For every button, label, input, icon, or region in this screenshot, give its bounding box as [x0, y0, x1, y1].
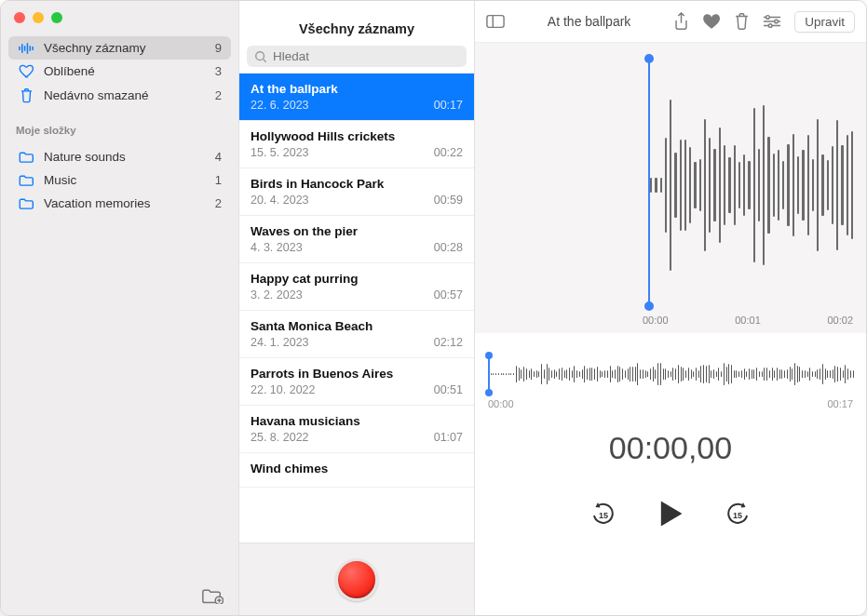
- recording-title: Birds in Hancock Park: [251, 177, 463, 191]
- recording-date: 3. 2. 2023: [251, 288, 303, 301]
- detail-pane: At the ballpark Upravit: [474, 1, 866, 615]
- detail-toolbar: At the ballpark Upravit: [475, 1, 866, 43]
- svg-point-1: [256, 51, 264, 60]
- sidebar-section-header: Moje složky: [1, 114, 238, 140]
- overview-playhead[interactable]: [488, 354, 490, 395]
- recording-title: Hollywood Hills crickets: [251, 129, 463, 143]
- recording-row[interactable]: Santa Monica Beach 24. 1. 2023 02:12: [239, 311, 474, 358]
- window-traffic-lights: [1, 1, 238, 31]
- overview-end-time: 00:17: [827, 398, 853, 409]
- play-button[interactable]: [655, 498, 686, 529]
- recording-row[interactable]: At the ballpark 22. 6. 2023 00:17: [239, 73, 474, 121]
- recording-date: 4. 3. 2023: [251, 241, 303, 254]
- overview-start-time: 00:00: [488, 398, 514, 409]
- recording-title: Waves on the pier: [251, 224, 463, 238]
- sidebar-item-count: 9: [215, 41, 222, 55]
- edit-button[interactable]: Upravit: [794, 11, 855, 33]
- recording-date: 20. 4. 2023: [251, 194, 309, 207]
- transport-controls: 15 15: [475, 498, 866, 529]
- app-window: Všechny záznamy 9 Oblíbené 3 Nedávno sma…: [0, 0, 867, 616]
- folder-icon: [18, 151, 34, 164]
- record-button[interactable]: [335, 558, 378, 601]
- waveform-overview[interactable]: [488, 352, 853, 396]
- svg-point-5: [769, 24, 773, 28]
- ruler-tick: 00:01: [735, 315, 761, 333]
- recording-title: Havana musicians: [251, 414, 463, 428]
- search-icon: [254, 50, 267, 63]
- recording-duration: 00:17: [434, 99, 463, 112]
- sidebar-item-fav[interactable]: Oblíbené 3: [8, 60, 231, 83]
- record-bar: [239, 542, 474, 615]
- skip-back-value: 15: [589, 502, 617, 528]
- recording-date: 25. 8. 2022: [251, 431, 309, 444]
- sidebar-item-count: 1: [215, 173, 222, 187]
- recording-title: Happy cat purring: [251, 272, 463, 286]
- recording-date: 22. 10. 2022: [251, 383, 316, 396]
- sidebar-user-folders: Nature sounds 4 Music 1 Vacation memorie…: [1, 140, 238, 221]
- waveform-icon: [18, 42, 34, 55]
- recording-row[interactable]: Happy cat purring 3. 2. 2023 00:57: [239, 263, 474, 311]
- playback-timer: 00:00,00: [475, 430, 866, 466]
- search-input[interactable]: [273, 49, 459, 63]
- recording-date: 22. 6. 2023: [251, 99, 309, 112]
- sidebar-item-label: Oblíbené: [44, 64, 95, 78]
- sidebar-item-count: 2: [215, 88, 222, 102]
- recording-title: At the ballpark: [251, 82, 463, 96]
- sidebar: Všechny záznamy 9 Oblíbené 3 Nedávno sma…: [1, 1, 238, 615]
- svg-point-3: [766, 16, 770, 20]
- sidebar-item-count: 3: [215, 64, 222, 78]
- recording-row[interactable]: Wind chimes: [239, 453, 474, 488]
- recording-duration: 00:57: [434, 288, 463, 301]
- recording-title: Parrots in Buenos Aires: [251, 367, 463, 381]
- delete-button[interactable]: [734, 11, 750, 32]
- favorite-button[interactable]: [702, 11, 721, 32]
- recording-date: 24. 1. 2023: [251, 336, 309, 349]
- window-close-button[interactable]: [14, 12, 25, 23]
- waveform-bars: [650, 80, 853, 290]
- sidebar-item-all[interactable]: Všechny záznamy 9: [8, 36, 231, 60]
- recording-row[interactable]: Birds in Hancock Park 20. 4. 2023 00:59: [239, 168, 474, 216]
- heart-icon: [18, 64, 34, 78]
- sidebar-smart-folders: Všechny záznamy 9 Oblíbené 3 Nedávno sma…: [1, 31, 238, 114]
- overview-bars: [488, 361, 853, 387]
- recording-title: Santa Monica Beach: [251, 319, 463, 333]
- ruler-tick: 00:02: [827, 315, 853, 333]
- recordings-list[interactable]: At the ballpark 22. 6. 2023 00:17Hollywo…: [239, 73, 474, 542]
- sidebar-item-label: Nature sounds: [44, 150, 126, 164]
- sidebar-item-label: Music: [44, 173, 76, 187]
- sidebar-item-label: Vacation memories: [44, 196, 151, 210]
- recording-title: Wind chimes: [251, 462, 463, 475]
- skip-back-15-button[interactable]: 15: [589, 500, 617, 528]
- recording-date: 15. 5. 2023: [251, 146, 309, 159]
- trash-icon: [18, 87, 34, 103]
- recording-row[interactable]: Hollywood Hills crickets 15. 5. 2023 00:…: [239, 121, 474, 168]
- recordings-header: Všechny záznamy: [239, 1, 474, 46]
- folder-icon: [18, 174, 34, 187]
- sidebar-item-count: 4: [215, 150, 222, 164]
- sidebar-item-label: Nedávno smazané: [44, 88, 149, 102]
- skip-forward-value: 15: [724, 502, 752, 528]
- search-field[interactable]: [247, 46, 467, 67]
- window-zoom-button[interactable]: [51, 12, 62, 23]
- recording-row[interactable]: Waves on the pier 4. 3. 2023 00:28: [239, 216, 474, 263]
- recording-duration: 00:51: [434, 383, 463, 396]
- sidebar-folder-item[interactable]: Music 1: [8, 168, 231, 192]
- recording-row[interactable]: Havana musicians 25. 8. 2022 01:07: [239, 406, 474, 453]
- sidebar-folder-item[interactable]: Nature sounds 4: [8, 145, 231, 168]
- toggle-sidebar-button[interactable]: [486, 11, 505, 32]
- recording-row[interactable]: Parrots in Buenos Aires 22. 10. 2022 00:…: [239, 358, 474, 406]
- waveform-time-ruler: 00:00 00:01 00:02: [475, 315, 866, 333]
- settings-sliders-button[interactable]: [763, 11, 781, 32]
- recording-duration: 00:28: [434, 241, 463, 254]
- share-button[interactable]: [673, 11, 689, 32]
- sidebar-item-trash[interactable]: Nedávno smazané 2: [8, 83, 231, 108]
- ruler-tick: 00:00: [643, 315, 669, 333]
- window-minimize-button[interactable]: [33, 12, 44, 23]
- skip-forward-15-button[interactable]: 15: [724, 500, 752, 528]
- overview-time-labels: 00:00 00:17: [488, 398, 853, 409]
- sidebar-folder-item[interactable]: Vacation memories 2: [8, 192, 231, 215]
- waveform-zoom-area[interactable]: 00:00 00:01 00:02: [475, 43, 866, 333]
- recording-duration: 00:59: [434, 194, 463, 207]
- zoom-playhead[interactable]: [648, 56, 650, 309]
- new-folder-button[interactable]: [201, 587, 224, 606]
